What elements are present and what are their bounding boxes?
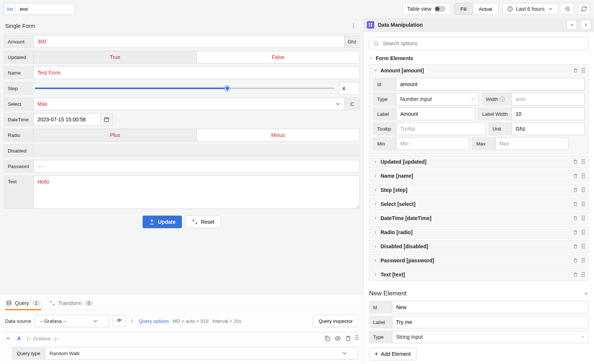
- step-slider[interactable]: [33, 82, 336, 95]
- collapse-panel-button[interactable]: [581, 20, 591, 30]
- update-button[interactable]: Update: [143, 216, 182, 228]
- search-field[interactable]: [382, 40, 585, 47]
- form-elements-section[interactable]: Form Elements: [369, 50, 589, 64]
- new-label-label: Label: [369, 316, 392, 328]
- trash-icon[interactable]: [573, 244, 578, 249]
- drag-icon[interactable]: [582, 258, 585, 263]
- calendar-icon: [104, 117, 110, 122]
- drag-icon[interactable]: [355, 335, 358, 342]
- panel-type-dropdown[interactable]: [567, 20, 577, 30]
- trash-icon[interactable]: [573, 216, 578, 221]
- trash-icon[interactable]: [573, 258, 578, 263]
- drag-icon[interactable]: [582, 187, 585, 193]
- drag-icon[interactable]: [582, 230, 585, 235]
- query-options-link[interactable]: Query options: [139, 318, 169, 324]
- select-dropdown[interactable]: Max: [33, 98, 345, 110]
- element-amount: Amount [amount] Id Type Number Input W: [369, 64, 589, 154]
- element-header[interactable]: Select [select]: [369, 198, 588, 210]
- element-title: Amount [amount]: [381, 68, 570, 73]
- query-type-select[interactable]: Random Walk: [45, 347, 358, 360]
- type-label: Type: [373, 93, 396, 105]
- element-header[interactable]: Name [name]: [369, 170, 588, 182]
- drag-icon[interactable]: [582, 216, 585, 221]
- fill-button[interactable]: Fill: [454, 3, 473, 14]
- calendar-button[interactable]: [100, 113, 113, 126]
- updated-true-button[interactable]: True: [34, 51, 196, 63]
- label-width-input[interactable]: [512, 108, 585, 120]
- chevron-right-icon: [373, 244, 378, 249]
- id-input[interactable]: [396, 78, 585, 91]
- element-header[interactable]: Updated [updated]: [369, 156, 588, 168]
- max-input[interactable]: [495, 137, 568, 150]
- actual-button[interactable]: Actual: [473, 3, 498, 14]
- eye-icon[interactable]: [334, 335, 341, 342]
- reset-button[interactable]: Reset: [186, 216, 221, 228]
- chevron-down-icon[interactable]: [5, 335, 11, 341]
- label-label: Label: [373, 108, 396, 120]
- text-textarea[interactable]: [33, 176, 360, 209]
- element-radio: Radio [radio]: [369, 226, 589, 239]
- interval-info: Interval = 20s: [212, 318, 241, 324]
- element-header[interactable]: Step [step]: [369, 184, 588, 196]
- element-header[interactable]: DateTime [dateTime]: [369, 212, 588, 224]
- element-header[interactable]: Radio [radio]: [369, 226, 588, 238]
- chevron-down-icon: [580, 335, 585, 339]
- drag-icon[interactable]: [582, 272, 585, 277]
- element-select: Select [select]: [369, 198, 589, 210]
- search-options-input[interactable]: [369, 37, 589, 50]
- tooltip-input[interactable]: [396, 122, 486, 135]
- refresh-button[interactable]: [578, 3, 590, 15]
- trash-icon[interactable]: [573, 230, 578, 235]
- panel-menu-button[interactable]: [349, 21, 358, 30]
- trash-icon[interactable]: [573, 68, 578, 73]
- drag-icon[interactable]: [582, 201, 585, 207]
- query-inspector-button[interactable]: Query inspector: [313, 315, 358, 327]
- transform-tab[interactable]: Transform 0: [49, 298, 94, 310]
- query-letter[interactable]: A: [15, 335, 23, 341]
- element-header[interactable]: Disabled [disabled]: [369, 240, 588, 252]
- trash-icon[interactable]: [573, 173, 578, 178]
- drag-icon[interactable]: [582, 159, 585, 164]
- radio-minus-button[interactable]: Minus: [196, 129, 359, 141]
- chevron-down-icon: [569, 22, 574, 28]
- drag-icon[interactable]: [582, 68, 585, 73]
- trash-icon[interactable]: [573, 272, 578, 277]
- radio-plus-button[interactable]: Plus: [34, 129, 196, 141]
- datasource-select[interactable]: -- Grafana --: [35, 315, 109, 327]
- name-input[interactable]: [33, 66, 360, 79]
- variable-input[interactable]: [16, 3, 75, 15]
- zoom-out-button[interactable]: [561, 3, 574, 15]
- width-input[interactable]: [512, 93, 585, 105]
- min-input[interactable]: [396, 137, 469, 150]
- duplicate-icon[interactable]: [324, 335, 331, 342]
- drag-icon[interactable]: [582, 173, 585, 178]
- amount-input[interactable]: [33, 35, 345, 48]
- trash-icon[interactable]: [573, 187, 578, 193]
- label-input[interactable]: [396, 108, 475, 120]
- password-input[interactable]: [33, 160, 360, 173]
- element-step: Step [step]: [369, 184, 589, 196]
- table-view-toggle[interactable]: Table view: [402, 3, 450, 15]
- type-select[interactable]: Number Input: [396, 93, 479, 105]
- new-id-input[interactable]: [392, 301, 589, 314]
- drag-icon[interactable]: [582, 244, 585, 249]
- chevron-up-icon[interactable]: [584, 291, 589, 296]
- element-header[interactable]: Amount [amount]: [369, 65, 588, 76]
- trash-icon[interactable]: [573, 159, 578, 164]
- element-header[interactable]: Password [password]: [369, 255, 588, 266]
- datasource-settings-button[interactable]: [113, 315, 125, 327]
- trash-icon[interactable]: [573, 201, 578, 207]
- step-value-input[interactable]: [339, 82, 360, 95]
- updated-false-button[interactable]: False: [196, 51, 359, 63]
- new-type-select[interactable]: String Input: [392, 331, 589, 343]
- query-tab[interactable]: Query 1: [5, 298, 41, 310]
- add-element-button[interactable]: + Add Element: [369, 348, 417, 360]
- time-range-picker[interactable]: Last 6 hours: [502, 3, 558, 15]
- datetime-input[interactable]: [33, 113, 100, 126]
- unit-input[interactable]: [512, 122, 585, 135]
- element-header[interactable]: Text [text]: [369, 269, 588, 281]
- trash-icon[interactable]: [345, 335, 352, 342]
- chevron-right-icon: [583, 22, 588, 28]
- new-label-input[interactable]: [392, 316, 589, 328]
- element-title: Radio [radio]: [381, 229, 570, 235]
